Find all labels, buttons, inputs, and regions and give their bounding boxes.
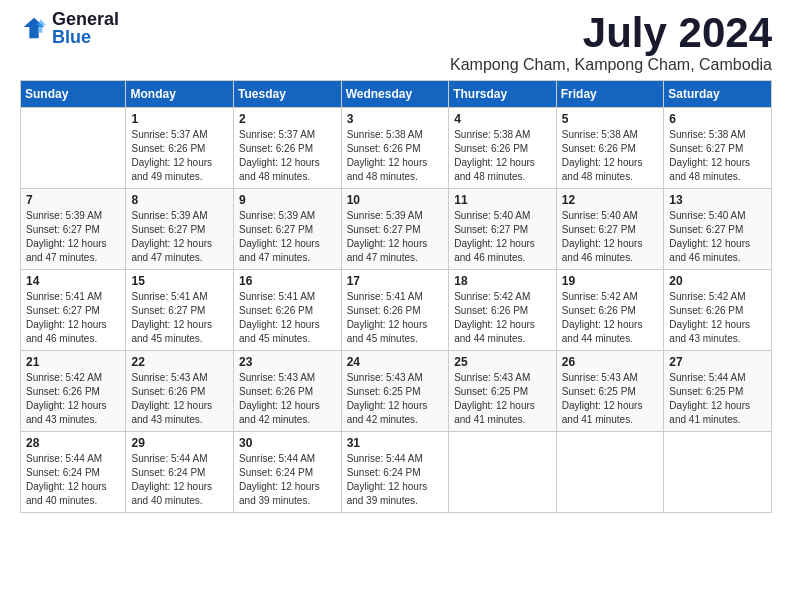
calendar-cell: 6Sunrise: 5:38 AMSunset: 6:27 PMDaylight… [664, 108, 772, 189]
subtitle: Kampong Cham, Kampong Cham, Cambodia [450, 56, 772, 74]
day-number: 18 [454, 274, 551, 288]
calendar-cell: 31Sunrise: 5:44 AMSunset: 6:24 PMDayligh… [341, 432, 449, 513]
logo-blue: Blue [52, 28, 119, 46]
week-row-1: 1Sunrise: 5:37 AMSunset: 6:26 PMDaylight… [21, 108, 772, 189]
day-number: 28 [26, 436, 120, 450]
logo: General Blue [20, 10, 119, 46]
cell-info: Sunrise: 5:40 AMSunset: 6:27 PMDaylight:… [454, 210, 535, 263]
week-row-4: 21Sunrise: 5:42 AMSunset: 6:26 PMDayligh… [21, 351, 772, 432]
calendar-cell: 26Sunrise: 5:43 AMSunset: 6:25 PMDayligh… [556, 351, 664, 432]
day-number: 12 [562, 193, 659, 207]
cell-info: Sunrise: 5:44 AMSunset: 6:25 PMDaylight:… [669, 372, 750, 425]
calendar-cell: 29Sunrise: 5:44 AMSunset: 6:24 PMDayligh… [126, 432, 234, 513]
cell-info: Sunrise: 5:42 AMSunset: 6:26 PMDaylight:… [454, 291, 535, 344]
calendar-cell: 28Sunrise: 5:44 AMSunset: 6:24 PMDayligh… [21, 432, 126, 513]
calendar-cell: 19Sunrise: 5:42 AMSunset: 6:26 PMDayligh… [556, 270, 664, 351]
calendar-table: SundayMondayTuesdayWednesdayThursdayFrid… [20, 80, 772, 513]
calendar-cell: 21Sunrise: 5:42 AMSunset: 6:26 PMDayligh… [21, 351, 126, 432]
calendar-cell [664, 432, 772, 513]
cell-info: Sunrise: 5:39 AMSunset: 6:27 PMDaylight:… [239, 210, 320, 263]
calendar-cell: 12Sunrise: 5:40 AMSunset: 6:27 PMDayligh… [556, 189, 664, 270]
calendar-cell: 23Sunrise: 5:43 AMSunset: 6:26 PMDayligh… [234, 351, 342, 432]
day-number: 16 [239, 274, 336, 288]
calendar-cell: 15Sunrise: 5:41 AMSunset: 6:27 PMDayligh… [126, 270, 234, 351]
day-number: 5 [562, 112, 659, 126]
cell-info: Sunrise: 5:38 AMSunset: 6:26 PMDaylight:… [454, 129, 535, 182]
day-number: 3 [347, 112, 444, 126]
column-header-sunday: Sunday [21, 81, 126, 108]
cell-info: Sunrise: 5:40 AMSunset: 6:27 PMDaylight:… [562, 210, 643, 263]
cell-info: Sunrise: 5:37 AMSunset: 6:26 PMDaylight:… [239, 129, 320, 182]
cell-info: Sunrise: 5:38 AMSunset: 6:26 PMDaylight:… [562, 129, 643, 182]
column-header-friday: Friday [556, 81, 664, 108]
logo-general: General [52, 10, 119, 28]
calendar-cell: 7Sunrise: 5:39 AMSunset: 6:27 PMDaylight… [21, 189, 126, 270]
day-number: 25 [454, 355, 551, 369]
day-number: 10 [347, 193, 444, 207]
cell-info: Sunrise: 5:44 AMSunset: 6:24 PMDaylight:… [239, 453, 320, 506]
cell-info: Sunrise: 5:38 AMSunset: 6:27 PMDaylight:… [669, 129, 750, 182]
cell-info: Sunrise: 5:44 AMSunset: 6:24 PMDaylight:… [131, 453, 212, 506]
title-block: July 2024 Kampong Cham, Kampong Cham, Ca… [450, 10, 772, 74]
day-number: 26 [562, 355, 659, 369]
day-number: 2 [239, 112, 336, 126]
calendar-cell [449, 432, 557, 513]
calendar-cell: 13Sunrise: 5:40 AMSunset: 6:27 PMDayligh… [664, 189, 772, 270]
calendar-cell: 30Sunrise: 5:44 AMSunset: 6:24 PMDayligh… [234, 432, 342, 513]
calendar-cell: 20Sunrise: 5:42 AMSunset: 6:26 PMDayligh… [664, 270, 772, 351]
cell-info: Sunrise: 5:39 AMSunset: 6:27 PMDaylight:… [131, 210, 212, 263]
cell-info: Sunrise: 5:37 AMSunset: 6:26 PMDaylight:… [131, 129, 212, 182]
column-header-wednesday: Wednesday [341, 81, 449, 108]
day-number: 17 [347, 274, 444, 288]
cell-info: Sunrise: 5:39 AMSunset: 6:27 PMDaylight:… [26, 210, 107, 263]
cell-info: Sunrise: 5:41 AMSunset: 6:26 PMDaylight:… [239, 291, 320, 344]
week-row-3: 14Sunrise: 5:41 AMSunset: 6:27 PMDayligh… [21, 270, 772, 351]
column-header-saturday: Saturday [664, 81, 772, 108]
calendar-cell [21, 108, 126, 189]
logo-text: General Blue [52, 10, 119, 46]
calendar-cell: 22Sunrise: 5:43 AMSunset: 6:26 PMDayligh… [126, 351, 234, 432]
cell-info: Sunrise: 5:43 AMSunset: 6:25 PMDaylight:… [454, 372, 535, 425]
cell-info: Sunrise: 5:41 AMSunset: 6:27 PMDaylight:… [26, 291, 107, 344]
day-number: 19 [562, 274, 659, 288]
calendar-cell: 5Sunrise: 5:38 AMSunset: 6:26 PMDaylight… [556, 108, 664, 189]
cell-info: Sunrise: 5:41 AMSunset: 6:27 PMDaylight:… [131, 291, 212, 344]
calendar-cell: 10Sunrise: 5:39 AMSunset: 6:27 PMDayligh… [341, 189, 449, 270]
calendar-cell: 24Sunrise: 5:43 AMSunset: 6:25 PMDayligh… [341, 351, 449, 432]
cell-info: Sunrise: 5:41 AMSunset: 6:26 PMDaylight:… [347, 291, 428, 344]
day-number: 1 [131, 112, 228, 126]
cell-info: Sunrise: 5:40 AMSunset: 6:27 PMDaylight:… [669, 210, 750, 263]
column-header-tuesday: Tuesday [234, 81, 342, 108]
cell-info: Sunrise: 5:42 AMSunset: 6:26 PMDaylight:… [669, 291, 750, 344]
calendar-cell: 2Sunrise: 5:37 AMSunset: 6:26 PMDaylight… [234, 108, 342, 189]
column-header-monday: Monday [126, 81, 234, 108]
cell-info: Sunrise: 5:38 AMSunset: 6:26 PMDaylight:… [347, 129, 428, 182]
calendar-cell: 9Sunrise: 5:39 AMSunset: 6:27 PMDaylight… [234, 189, 342, 270]
calendar-cell [556, 432, 664, 513]
day-number: 30 [239, 436, 336, 450]
day-number: 8 [131, 193, 228, 207]
cell-info: Sunrise: 5:42 AMSunset: 6:26 PMDaylight:… [562, 291, 643, 344]
week-row-5: 28Sunrise: 5:44 AMSunset: 6:24 PMDayligh… [21, 432, 772, 513]
cell-info: Sunrise: 5:44 AMSunset: 6:24 PMDaylight:… [347, 453, 428, 506]
calendar-cell: 11Sunrise: 5:40 AMSunset: 6:27 PMDayligh… [449, 189, 557, 270]
logo-icon [20, 14, 48, 42]
day-number: 9 [239, 193, 336, 207]
cell-info: Sunrise: 5:39 AMSunset: 6:27 PMDaylight:… [347, 210, 428, 263]
day-number: 24 [347, 355, 444, 369]
week-row-2: 7Sunrise: 5:39 AMSunset: 6:27 PMDaylight… [21, 189, 772, 270]
calendar-cell: 14Sunrise: 5:41 AMSunset: 6:27 PMDayligh… [21, 270, 126, 351]
calendar-cell: 25Sunrise: 5:43 AMSunset: 6:25 PMDayligh… [449, 351, 557, 432]
calendar-cell: 18Sunrise: 5:42 AMSunset: 6:26 PMDayligh… [449, 270, 557, 351]
day-number: 29 [131, 436, 228, 450]
calendar-cell: 1Sunrise: 5:37 AMSunset: 6:26 PMDaylight… [126, 108, 234, 189]
cell-info: Sunrise: 5:43 AMSunset: 6:25 PMDaylight:… [562, 372, 643, 425]
day-number: 31 [347, 436, 444, 450]
calendar-cell: 8Sunrise: 5:39 AMSunset: 6:27 PMDaylight… [126, 189, 234, 270]
calendar-cell: 3Sunrise: 5:38 AMSunset: 6:26 PMDaylight… [341, 108, 449, 189]
day-number: 14 [26, 274, 120, 288]
main-title: July 2024 [450, 10, 772, 56]
day-number: 4 [454, 112, 551, 126]
day-number: 13 [669, 193, 766, 207]
calendar-cell: 27Sunrise: 5:44 AMSunset: 6:25 PMDayligh… [664, 351, 772, 432]
